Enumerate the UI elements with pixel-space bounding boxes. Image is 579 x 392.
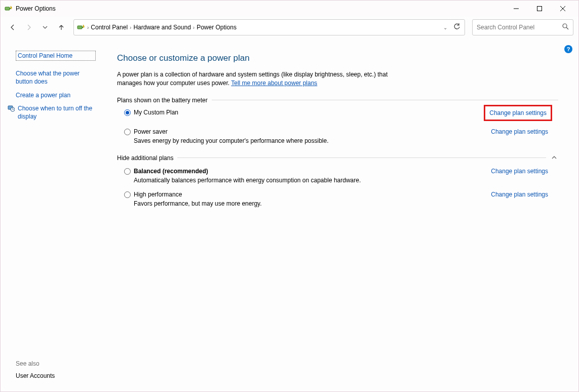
radio-high-performance[interactable] [124,191,131,198]
plan-name[interactable]: Power saver [134,128,491,135]
search-box[interactable] [472,19,573,35]
sidebar-create-plan-link[interactable]: Create a power plan [16,91,96,99]
titlebar: Power Options [1,1,578,17]
sidebar: Control Panel Home Choose what the power… [1,38,107,391]
hide-additional-section: Hide additional plans Balanced (recommen… [117,153,558,207]
window-title: Power Options [16,5,56,12]
breadcrumb-hardware[interactable]: Hardware and Sound [133,24,190,31]
chevron-right-icon[interactable]: › [87,25,89,30]
page-title: Choose or customize a power plan [117,53,558,63]
plan-high-performance: High performance Favors performance, but… [124,191,558,207]
sidebar-item-label: Choose when to turn off the display [18,104,96,121]
page-intro: A power plan is a collection of hardware… [117,70,411,88]
section-header: Plans shown on the battery meter [117,97,558,104]
plan-desc: Saves energy by reducing your computer's… [134,137,491,144]
section-label: Plans shown on the battery meter [117,97,208,104]
radio-power-saver[interactable] [124,129,131,135]
up-button[interactable] [54,20,68,34]
sidebar-turnoff-display-link[interactable]: Choose when to turn off the display [8,104,96,121]
plan-name[interactable]: High performance [134,191,491,198]
change-plan-settings-high-performance[interactable]: Change plan settings [491,191,548,198]
plan-desc: Favors performance, but may use more ene… [134,200,491,207]
section-label: Hide additional plans [117,154,173,162]
radio-my-custom[interactable] [124,109,131,116]
section-header: Hide additional plans [117,153,558,163]
toolbar: › Control Panel › Hardware and Sound › P… [1,17,578,38]
user-accounts-link[interactable]: User Accounts [16,372,98,379]
address-bar[interactable]: › Control Panel › Hardware and Sound › P… [73,19,465,35]
divider-line [212,100,558,100]
power-options-icon [77,23,85,31]
main-panel: Choose or customize a power plan A power… [107,38,578,391]
see-also-label: See also [16,360,98,367]
change-plan-settings-my-custom[interactable]: Change plan settings [484,105,552,121]
close-button[interactable] [551,1,574,17]
search-input[interactable] [477,24,562,31]
chevron-right-icon[interactable]: › [193,25,195,30]
plan-balanced: Balanced (recommended) Automatically bal… [124,168,558,184]
chevron-right-icon[interactable]: › [130,25,131,30]
plan-desc: Automatically balances performance with … [134,177,491,184]
addr-dropdown[interactable]: ⌄ [443,25,447,30]
plan-power-saver: Power saver Saves energy by reducing you… [124,128,558,144]
svg-point-8 [563,24,567,28]
search-icon[interactable] [562,23,569,31]
collapse-chevron-icon[interactable] [550,153,558,163]
sidebar-power-button-link[interactable]: Choose what the power button does [16,69,96,86]
svg-rect-6 [78,26,82,29]
svg-rect-0 [5,7,10,10]
refresh-button[interactable] [453,23,460,32]
tell-me-more-link[interactable]: Tell me more about power plans [231,80,317,87]
plans-shown-section: Plans shown on the battery meter My Cust… [117,97,558,144]
svg-line-9 [566,27,568,29]
change-plan-settings-power-saver[interactable]: Change plan settings [491,128,548,135]
minimize-button[interactable] [505,1,528,17]
forward-button[interactable] [22,20,36,34]
recent-dropdown[interactable] [38,20,52,34]
plan-name[interactable]: My Custom Plan [134,109,484,116]
change-plan-settings-balanced[interactable]: Change plan settings [491,168,548,175]
svg-rect-7 [82,27,83,28]
back-button[interactable] [6,20,20,34]
maximize-button[interactable] [528,1,551,17]
svg-rect-1 [10,8,11,9]
radio-balanced[interactable] [124,168,131,175]
power-options-icon [5,5,13,13]
content-area: ? Control Panel Home Choose what the pow… [1,38,578,391]
breadcrumb-root[interactable]: Control Panel [91,24,128,31]
divider-line [177,158,546,158]
plan-name[interactable]: Balanced (recommended) [134,168,491,175]
plan-my-custom: My Custom Plan Change plan settings [124,109,558,121]
display-clock-icon [8,105,15,114]
svg-rect-3 [537,7,542,11]
breadcrumb-power[interactable]: Power Options [197,24,237,31]
sidebar-home-link[interactable]: Control Panel Home [16,51,96,61]
